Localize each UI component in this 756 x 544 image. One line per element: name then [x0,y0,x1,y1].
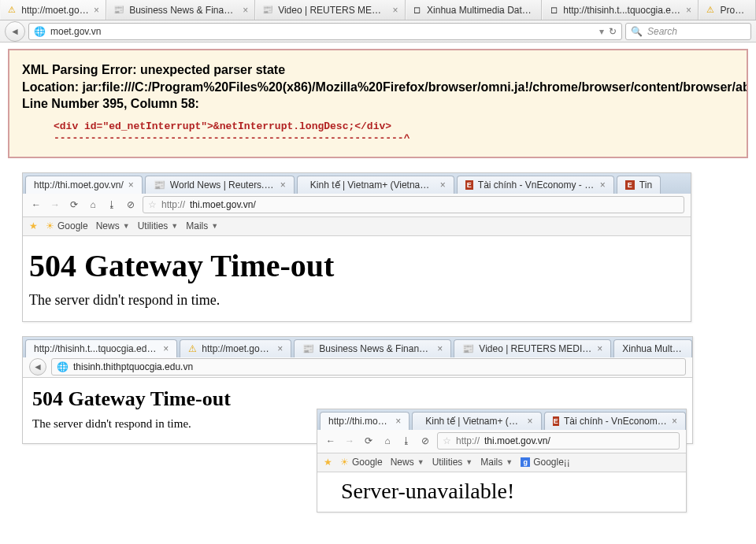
close-icon[interactable]: × [597,343,602,354]
error-heading: 504 Gateway Time-out [29,247,684,284]
url-prefix: http:// [456,435,480,446]
tab[interactable]: E Tài chính - VnEconomy - Nhịp s... × [457,176,614,194]
close-icon[interactable]: × [686,6,691,15]
chevron-down-icon: ▼ [465,458,472,466]
navbar: ← → ⟳ ⌂ ⭳ ⊘ ☆ http://thi.moet.gov.vn/ [23,194,691,217]
bookmark-label: Google¡¡ [533,457,570,468]
close-icon[interactable]: × [528,416,533,427]
tab[interactable]: Xinhua Multime [613,339,692,357]
tab[interactable]: E Tài chính - VnEconomy - Nhịp số... × [544,412,686,430]
tab[interactable]: ⚠ Problen [699,0,756,20]
reload-button[interactable]: ⟳ [361,434,376,448]
close-icon[interactable]: × [440,179,446,191]
close-icon[interactable]: × [393,6,398,15]
site-icon: 📰 [462,343,474,354]
back-button[interactable]: ← [29,198,43,212]
url-bar[interactable]: 🌐 thisinh.thithptquocgia.edu.vn [51,358,686,376]
tab[interactable]: Kinh tế | Vietnam+ (VietnamPlus) × [412,412,541,430]
site-icon: ◻ [549,5,558,16]
stop-button[interactable]: ⊘ [418,434,432,448]
xml-error-line2: Location: jar:file:///C:/Program%20Files… [22,79,734,96]
download-button[interactable]: ⭳ [105,198,119,212]
close-icon[interactable]: × [280,179,286,191]
star-icon[interactable]: ☆ [443,435,451,446]
close-icon[interactable]: × [277,343,283,354]
close-icon[interactable]: × [163,343,169,354]
tab[interactable]: ◻ Xinhua Multimedia Database [406,0,542,20]
home-button[interactable]: ⌂ [380,434,395,448]
tab[interactable]: 📰 World News | Reuters.com × [145,176,295,194]
tab[interactable]: E Tin [617,176,661,194]
bookmark-label: Mails [186,220,208,231]
back-button[interactable]: ← [324,434,338,448]
back-button[interactable]: ◄ [29,358,46,376]
chevron-down-icon: ▼ [171,222,178,230]
tab[interactable]: Kinh tế | Vietnam+ (VietnamPlus) × [297,176,454,194]
warning-icon: ⚠ [188,343,197,354]
bookmark-item[interactable]: ☀Google [46,220,88,231]
error-body: The server didn't respond in time. [29,292,684,309]
close-icon[interactable]: × [94,6,99,15]
tab[interactable]: 📰 Business News & Financial ... × [294,339,451,357]
url-bar[interactable]: ☆ http://thi.moet.gov.vn/ [143,196,684,213]
url-host: thi.moet.gov.vn/ [190,199,256,210]
tab-title: http://thisinh.t...tquocgia.edu.vn/ [563,5,681,16]
bookmark-item[interactable]: News▼ [391,457,424,468]
home-button[interactable]: ⌂ [86,198,100,212]
url-bar[interactable]: 🌐 moet.gov.vn ▾ ↻ [28,23,622,40]
back-button[interactable]: ◄ [5,21,25,42]
xml-error-line1: XML Parsing Error: unexpected parser sta… [22,61,734,79]
tab[interactable]: http://thi.moet.gov.vn/ × [320,412,410,430]
tab[interactable]: ⚠ http://moet.gov.vn/ × [0,0,106,20]
tab[interactable]: ⚠ http://moet.gov.vn/ × [180,339,291,357]
url-bar[interactable]: ☆ http://thi.moet.gov.vn/ [437,432,680,450]
bookmark-item[interactable]: Utilities▼ [138,220,179,231]
search-placeholder: Search [647,26,677,37]
star-icon[interactable]: ★ [29,220,38,231]
star-icon[interactable]: ★ [324,457,332,468]
error-heading: 504 Gateway Time-out [32,387,686,411]
bookmark-item[interactable]: gGoogle¡¡ [521,457,570,468]
tab[interactable]: http://thi.moet.gov.vn/ × [25,176,143,194]
stop-button[interactable]: ⊘ [124,198,138,212]
tab-title: Xinhua Multime [622,343,684,354]
tab-title: Business News & Financial ... [319,343,432,354]
tab[interactable]: 📰 Business News & Financial ... × [106,0,255,20]
close-icon[interactable]: × [600,179,606,191]
close-icon[interactable]: × [437,343,443,354]
bookmark-item[interactable]: ☀Google [340,457,383,468]
bookmark-item[interactable]: Mails▼ [186,220,218,231]
close-icon[interactable]: × [672,416,677,427]
tab[interactable]: http://thisinh.t...tquocgia.edu.vn/ × [25,339,177,357]
tab-title: Business News & Financial ... [129,5,238,16]
close-icon[interactable]: × [243,6,248,15]
tab[interactable]: 📰 Video | REUTERS MEDIA E... × [454,339,611,357]
forward-button[interactable]: → [48,198,62,212]
xml-error-line3: Line Number 395, Column 58: [22,95,734,113]
google-icon: ☀ [340,457,349,468]
close-icon[interactable]: × [395,416,401,427]
dropdown-icon[interactable]: ▾ [599,26,604,37]
tab[interactable]: ◻ http://thisinh.t...tquocgia.edu.vn/ × [542,0,699,20]
search-bar[interactable]: 🔍 Search [625,23,751,40]
top-tabstrip: ⚠ http://moet.gov.vn/ × 📰 Business News … [0,0,756,20]
reload-button[interactable]: ⟳ [67,198,81,212]
tab-title: Video | REUTERS MEDIA E... [278,5,387,16]
tab-title: Tin [639,179,652,191]
url-host: thi.moet.gov.vn/ [484,435,550,446]
forward-button[interactable]: → [343,434,357,448]
tab-title: Tài chính - VnEconomy - Nhịp s... [478,179,595,191]
bookmark-item[interactable]: Mails▼ [480,457,513,468]
reload-icon[interactable]: ↻ [609,26,617,37]
tab-title: Video | REUTERS MEDIA E... [479,343,592,354]
url-text: thisinh.thithptquocgia.edu.vn [73,361,193,372]
tab-title: World News | Reuters.com [170,179,276,191]
tab-title: Problen [720,5,749,16]
bookmark-label: Mails [480,457,502,468]
bookmark-item[interactable]: Utilities▼ [432,457,473,468]
tab[interactable]: 📰 Video | REUTERS MEDIA E... × [255,0,405,20]
star-icon[interactable]: ☆ [148,199,157,210]
download-button[interactable]: ⭳ [399,434,413,448]
bookmark-item[interactable]: News▼ [96,220,130,231]
close-icon[interactable]: × [128,179,134,191]
